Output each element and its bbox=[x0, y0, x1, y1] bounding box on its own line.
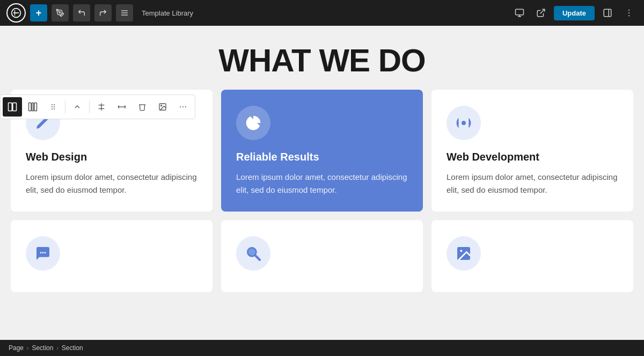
svg-rect-11 bbox=[604, 9, 611, 17]
tools-button[interactable] bbox=[52, 4, 69, 21]
svg-point-15 bbox=[628, 15, 630, 16]
svg-point-26 bbox=[54, 108, 55, 110]
search-icon-circle bbox=[236, 236, 270, 271]
wp-logo[interactable] bbox=[6, 3, 26, 23]
image-icon-circle bbox=[447, 236, 481, 271]
svg-line-10 bbox=[540, 9, 544, 13]
monitor-view-button[interactable] bbox=[511, 4, 528, 21]
breadcrumb: Page › Section › Section bbox=[0, 340, 644, 356]
sidebar-toggle-button[interactable] bbox=[599, 4, 616, 21]
svg-point-36 bbox=[462, 121, 466, 125]
chat-icon-circle bbox=[26, 236, 60, 271]
web-development-card[interactable]: Web Development Lorem ipsum dolor amet, … bbox=[431, 90, 633, 212]
chat-card[interactable] bbox=[11, 220, 213, 292]
svg-point-13 bbox=[628, 10, 630, 11]
clear-button[interactable] bbox=[133, 97, 152, 117]
more-block-options-button[interactable] bbox=[173, 97, 193, 117]
cards-section: Web Design Lorem ipsum dolor amet, conse… bbox=[0, 90, 644, 292]
web-development-text: Lorem ipsum dolor amet, consectetur adip… bbox=[447, 171, 618, 197]
svg-point-37 bbox=[40, 252, 42, 253]
bottom-cards-grid bbox=[11, 220, 633, 292]
more-options-button[interactable] bbox=[620, 4, 638, 21]
breadcrumb-section-2[interactable]: Section bbox=[62, 344, 83, 352]
reliable-results-card[interactable]: Reliable Results Lorem ipsum dolor amet,… bbox=[221, 90, 423, 212]
svg-point-21 bbox=[52, 104, 53, 105]
block-toolbar bbox=[0, 95, 195, 119]
svg-point-35 bbox=[185, 106, 186, 107]
svg-rect-18 bbox=[29, 103, 32, 111]
external-link-button[interactable] bbox=[532, 4, 550, 21]
page-heading-section: WHAT WE DO bbox=[0, 26, 644, 90]
top-toolbar: + Template Library bbox=[0, 0, 644, 26]
svg-point-34 bbox=[182, 106, 184, 107]
redo-button[interactable] bbox=[94, 4, 112, 21]
reliable-results-title: Reliable Results bbox=[236, 151, 408, 163]
svg-point-32 bbox=[161, 105, 162, 106]
layout-two-col-button[interactable] bbox=[23, 97, 42, 117]
add-block-button[interactable]: + bbox=[30, 4, 47, 21]
toolbar-divider-1 bbox=[65, 100, 65, 113]
update-button[interactable]: Update bbox=[554, 6, 595, 20]
breadcrumb-section-1[interactable]: Section bbox=[32, 344, 53, 352]
svg-rect-20 bbox=[34, 103, 37, 111]
svg-point-3 bbox=[59, 12, 61, 13]
svg-point-25 bbox=[52, 108, 53, 110]
svg-point-24 bbox=[54, 106, 55, 107]
image-card[interactable] bbox=[431, 220, 633, 292]
breadcrumb-page[interactable]: Page bbox=[9, 344, 24, 352]
svg-rect-16 bbox=[9, 103, 12, 111]
web-design-title: Web Design bbox=[26, 151, 197, 163]
svg-rect-19 bbox=[32, 103, 34, 111]
content-area: WHAT WE DO bbox=[0, 26, 644, 340]
align-button[interactable] bbox=[92, 97, 111, 117]
width-button[interactable] bbox=[112, 97, 131, 117]
page-title: Template Library bbox=[142, 9, 507, 17]
svg-point-22 bbox=[54, 104, 55, 105]
search-card[interactable] bbox=[221, 220, 423, 292]
list-view-button[interactable] bbox=[116, 4, 133, 21]
svg-point-14 bbox=[628, 12, 630, 13]
reliable-results-icon-circle bbox=[236, 106, 270, 140]
drag-handle-button[interactable] bbox=[43, 97, 63, 117]
image-button[interactable] bbox=[153, 97, 172, 117]
svg-point-39 bbox=[45, 252, 46, 253]
reliable-results-text: Lorem ipsum dolor amet, consectetur adip… bbox=[236, 171, 408, 197]
web-development-icon-circle bbox=[447, 106, 481, 140]
breadcrumb-sep-1: › bbox=[27, 345, 28, 351]
toolbar-right: Update bbox=[511, 4, 638, 21]
layout-one-col-button[interactable] bbox=[3, 97, 22, 117]
svg-rect-7 bbox=[515, 9, 523, 15]
page-heading-text: WHAT WE DO bbox=[0, 42, 644, 79]
svg-point-41 bbox=[248, 249, 255, 256]
web-design-text: Lorem ipsum dolor amet, consectetur adip… bbox=[26, 171, 197, 197]
svg-point-23 bbox=[52, 106, 53, 107]
undo-button[interactable] bbox=[73, 4, 90, 21]
svg-point-33 bbox=[180, 106, 181, 107]
svg-point-44 bbox=[460, 250, 462, 252]
svg-rect-17 bbox=[13, 103, 17, 111]
toolbar-divider-2 bbox=[89, 100, 90, 113]
web-development-title: Web Development bbox=[447, 151, 618, 163]
move-up-down-button[interactable] bbox=[68, 97, 87, 117]
breadcrumb-sep-2: › bbox=[56, 345, 58, 351]
svg-line-42 bbox=[255, 256, 260, 260]
svg-point-38 bbox=[42, 252, 44, 253]
